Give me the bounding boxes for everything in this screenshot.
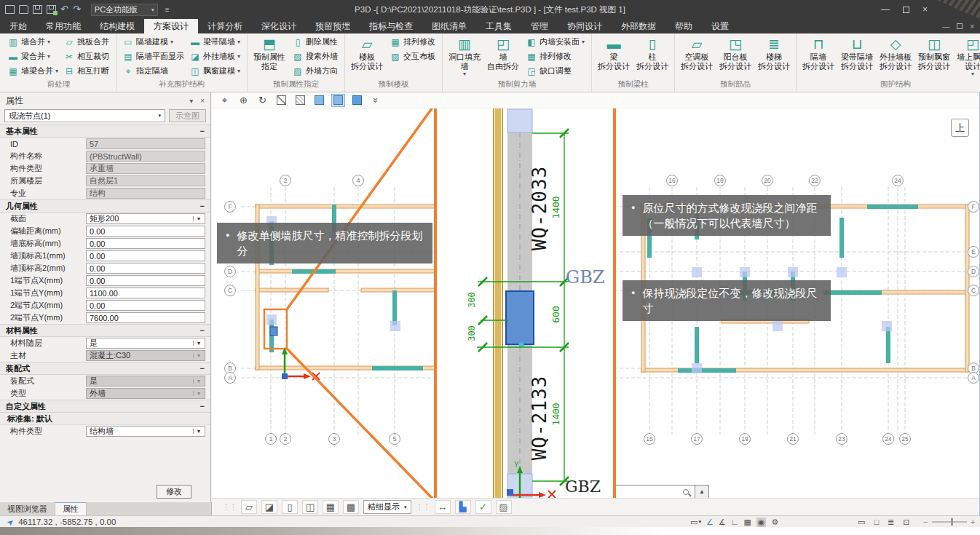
ribbon-button[interactable]: ▨外墙方向 <box>290 64 341 78</box>
save-as-icon[interactable] <box>47 5 56 14</box>
property-field[interactable]: 0.00 <box>86 263 205 274</box>
ribbon-button[interactable]: ▬梁 拆分设计 <box>596 35 632 72</box>
undo-icon[interactable]: ↶ <box>60 5 68 14</box>
view-shaded-icon[interactable] <box>312 94 326 107</box>
ribbon-button[interactable]: ▯删除属性 <box>290 35 341 49</box>
north-compass[interactable]: 上 <box>951 119 969 137</box>
view-realistic-icon[interactable] <box>350 94 364 107</box>
ribbon-tab-6[interactable]: 预留预埋 <box>306 19 360 33</box>
new-file-icon[interactable] <box>5 5 15 14</box>
ribbon-tab-11[interactable]: 协同设计 <box>558 19 612 33</box>
ribbon-button[interactable]: ◲缺口调整 <box>523 64 588 78</box>
panel-float-icon[interactable]: ▾ <box>189 97 193 105</box>
ribbon-button[interactable]: ◰墙 自由拆分 <box>485 35 521 72</box>
ribbon-button[interactable]: ▬梁合并▾ <box>5 49 61 63</box>
ribbon-tab-5[interactable]: 深化设计 <box>252 19 306 33</box>
slab-display-icon[interactable]: ▱ <box>241 500 257 514</box>
angle-measure-icon[interactable]: ∡ <box>719 518 726 527</box>
ribbon-button[interactable]: ▥洞口填充墙▾ <box>446 35 483 78</box>
zoom-slider[interactable] <box>932 521 967 523</box>
section-header[interactable]: 材料属性− <box>0 324 210 337</box>
visibility-icon[interactable]: ◉ <box>756 518 767 527</box>
ribbon-button[interactable]: ◪外挂墙板▾ <box>187 49 243 63</box>
ribbon-tab-7[interactable]: 指标与检查 <box>360 19 422 33</box>
ribbon-button[interactable]: ▱空调板 拆分设计 <box>679 35 715 72</box>
node-type-selector[interactable]: 现浇节点(1) ▾ <box>4 109 165 122</box>
ribbon-button[interactable]: ▭隔墙建模▾ <box>120 35 187 49</box>
ortho-mode-icon[interactable]: ∟ <box>731 518 739 526</box>
doc-restore-button[interactable] <box>957 23 963 29</box>
ribbon-tab-0[interactable]: 开始 <box>0 19 36 33</box>
ribbon-button[interactable]: ▧交互布板 <box>387 49 438 63</box>
fullscreen-icon[interactable]: ⊡ <box>903 518 909 527</box>
measure-icon[interactable]: ↔ <box>435 500 451 514</box>
open-file-icon[interactable] <box>19 5 28 14</box>
ribbon-button[interactable]: ⌖指定隔墙 <box>120 64 187 78</box>
ribbon-tab-1[interactable]: 常用功能 <box>36 19 90 33</box>
section-header[interactable]: 几何属性− <box>0 199 210 213</box>
ribbon-button[interactable]: ▱楼板 拆分设计 <box>349 35 385 72</box>
ribbon-tab-2[interactable]: 结构建模 <box>90 19 144 33</box>
settings-gear-icon[interactable]: ⚙ <box>771 518 778 527</box>
ribbon-button[interactable]: ▦排列修改 <box>387 35 438 49</box>
more-views-icon[interactable]: » <box>369 94 383 107</box>
property-field[interactable]: 结构墙▼ <box>86 426 205 437</box>
wall-display-icon[interactable]: ◫ <box>302 500 318 514</box>
slab-section-display-icon[interactable]: ◪ <box>261 500 277 514</box>
ribbon-tab-3[interactable]: 方案设计 <box>144 19 198 33</box>
ribbon-button[interactable]: ⬒预制属性 指定 <box>251 35 288 72</box>
ribbon-tab-10[interactable]: 管理 <box>521 19 558 33</box>
ribbon-tab-14[interactable]: 设置 <box>702 19 738 33</box>
ribbon-button[interactable]: ▬梁带隔墙▾ <box>187 35 243 49</box>
ribbon-button[interactable]: ▤隔墙平面显示 <box>120 49 187 63</box>
ribbon-button[interactable]: ◫预制飘窗 拆分设计 <box>916 35 952 72</box>
property-field[interactable]: 矩形200▼ <box>86 213 205 224</box>
column-display-icon[interactable]: ▯ <box>282 500 298 514</box>
view-hidden-line-icon[interactable] <box>293 94 307 107</box>
angle-snap-icon[interactable]: ∠ <box>706 518 714 527</box>
tile-windows-icon[interactable]: □ <box>874 518 879 526</box>
ribbon-button[interactable]: ◫飘窗建模▾ <box>187 64 243 78</box>
ribbon-button[interactable]: ▯柱 拆分设计 <box>634 35 671 72</box>
ribbon-button[interactable]: ▱挑板合并 <box>61 35 112 49</box>
section-header[interactable]: 自定义属性− <box>0 400 210 413</box>
panel-tab-1[interactable]: 属性 <box>55 502 87 515</box>
viewport[interactable]: 1235715171921232425241618202224FDCBAFEDC… <box>212 108 979 498</box>
minimize-button[interactable]: — <box>881 5 890 14</box>
ribbon-button[interactable]: ◳阳台板 拆分设计 <box>717 35 754 72</box>
panel-tab-0[interactable]: 视图浏览器 <box>0 502 55 515</box>
search-up-button[interactable]: ▲ <box>695 485 709 498</box>
quick-access-more-icon[interactable]: ≡ <box>165 6 170 14</box>
property-field[interactable]: 混凝土:C30▼ <box>86 350 205 361</box>
property-field[interactable]: 0.00 <box>86 226 205 237</box>
doc-close-button[interactable]: × <box>970 23 974 31</box>
ribbon-button[interactable]: ▦墙梁合并▾ <box>5 64 61 78</box>
property-field[interactable]: 0.00 <box>86 275 205 286</box>
ribbon-button[interactable]: ◰墙上飘板 设计▾ <box>955 35 980 78</box>
property-field[interactable]: 0.00 <box>86 238 205 249</box>
ribbon-tab-9[interactable]: 工具集 <box>476 19 521 33</box>
pan-icon[interactable]: ⊕ <box>237 94 250 107</box>
view-shaded-edges-icon[interactable] <box>331 94 345 107</box>
property-field[interactable]: 是▼ <box>86 338 205 349</box>
stats-icon[interactable]: ▙ <box>455 500 471 514</box>
property-field[interactable]: 0.00 <box>86 300 205 311</box>
selection-mode-icon[interactable]: ▭▾ <box>690 518 701 527</box>
view-list-icon[interactable]: ≣ <box>888 518 894 527</box>
panel-grid-display-icon[interactable]: ▩ <box>343 500 359 514</box>
close-button[interactable]: × <box>922 5 928 14</box>
display-mode-selector[interactable]: 精细显示▾ <box>363 500 411 514</box>
property-field[interactable]: 是▼ <box>86 376 205 387</box>
view-wireframe-icon[interactable] <box>274 94 288 107</box>
doc-minimize-button[interactable]: — <box>942 23 949 31</box>
section-header[interactable]: 装配式− <box>0 362 210 375</box>
ribbon-button[interactable]: ✂相互裁切 <box>61 49 112 63</box>
redo-icon[interactable]: ↷ <box>73 5 81 14</box>
property-field[interactable]: 7600.00 <box>86 312 205 323</box>
fit-view-icon[interactable]: ⌖ <box>218 94 232 107</box>
zoom-out-button[interactable]: − <box>923 518 928 526</box>
ribbon-button[interactable]: ◧内墙安装面▾ <box>523 35 588 49</box>
orbit-icon[interactable]: ↻ <box>256 94 269 107</box>
ribbon-button[interactable]: ⊔梁带隔墙 拆分设计 <box>839 35 875 72</box>
new-view-icon[interactable]: ▭ <box>858 518 865 527</box>
